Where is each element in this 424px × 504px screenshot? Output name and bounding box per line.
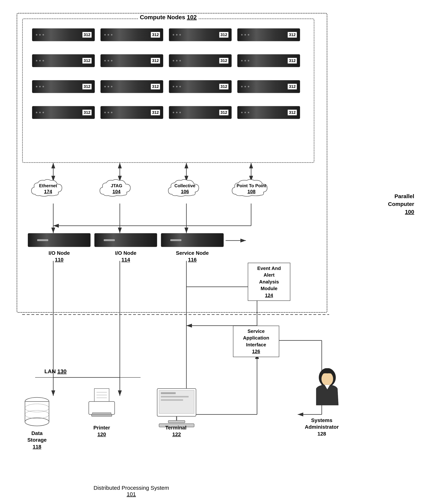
svg-rect-56: [168, 421, 185, 423]
service-node-116-label: Service Node 116: [161, 250, 224, 263]
point-to-point-cloud: Point To Point 108: [230, 178, 273, 200]
io-node-110: [28, 233, 91, 247]
blade-13: 312: [32, 106, 95, 119]
diagram-container: Compute Nodes 102 312 312 312 312 312: [11, 7, 412, 498]
svg-rect-52: [161, 392, 176, 394]
io-node-114: [94, 233, 157, 247]
blade-2: 312: [100, 28, 163, 41]
blade-8: 312: [237, 54, 300, 67]
blade-14: 312: [100, 106, 163, 119]
io-node-110-label: I/O Node 110: [28, 250, 91, 263]
sysadmin-icon: Systems Administrator 128: [303, 368, 340, 441]
blade-11: 312: [169, 80, 232, 93]
io-node-114-label: I/O Node 114: [94, 250, 157, 263]
blade-7: 312: [169, 54, 232, 67]
blade-10: 312: [100, 80, 163, 93]
parallel-computer-label: Parallel Computer 100: [329, 192, 414, 216]
dps-label: Distributed Processing System 101: [48, 485, 214, 497]
service-node-116: [161, 233, 224, 247]
blade-1: 312: [32, 28, 95, 41]
compute-nodes-label: Compute Nodes 102: [138, 14, 199, 21]
blade-12: 312: [237, 80, 300, 93]
printer-label: Printer 120: [83, 424, 120, 438]
blade-9: 312: [32, 80, 95, 93]
collective-cloud: Collective 106: [166, 178, 203, 200]
blade-5: 312: [32, 54, 95, 67]
service-app-interface-box: Service Application Interface 126: [233, 326, 279, 357]
data-storage-icon: Data Storage 118: [22, 396, 52, 450]
sysadmin-label: Systems Administrator 128: [303, 417, 340, 437]
svg-rect-46: [92, 414, 112, 416]
svg-point-59: [321, 372, 333, 386]
blade-4: 312: [237, 28, 300, 41]
terminal-icon: Terminal 122: [154, 387, 200, 442]
svg-point-39: [25, 418, 49, 426]
blade-3: 312: [169, 28, 232, 41]
jtag-cloud: JTAG 104: [98, 178, 135, 200]
data-storage-label: Data Storage 118: [22, 430, 52, 450]
ethernet-cloud: Ethernet 174: [30, 178, 67, 200]
svg-rect-53: [161, 396, 189, 397]
svg-rect-54: [161, 399, 183, 401]
printer-icon: Printer 120: [83, 387, 120, 438]
lan-label: LAN 130: [44, 368, 67, 374]
event-alert-module-box: Event And Alert Analysis Module 124: [248, 263, 290, 301]
compute-nodes-box: Compute Nodes 102 312 312 312 312 312: [22, 19, 314, 163]
terminal-label: Terminal 122: [154, 424, 200, 438]
blade-15: 312: [169, 106, 232, 119]
blade-16: 312: [237, 106, 300, 119]
blade-6: 312: [100, 54, 163, 67]
